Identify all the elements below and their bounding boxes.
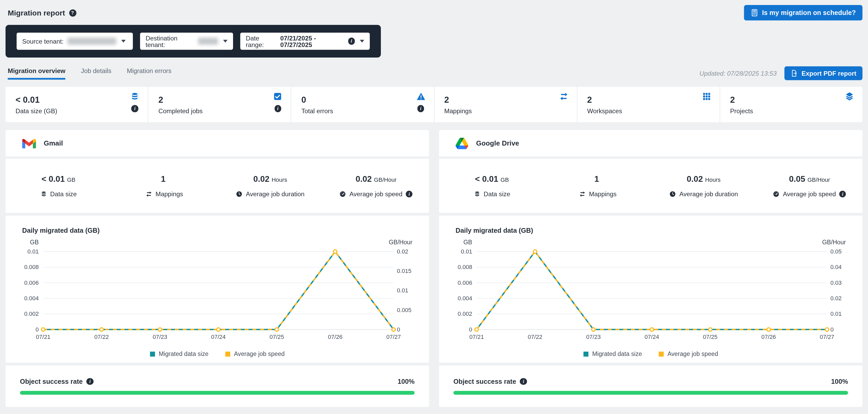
source-tenant-value-redacted — [67, 38, 116, 45]
top-header: Migration report ? Is my migration on sc… — [0, 0, 868, 21]
stat-label: Workspaces — [587, 107, 719, 114]
speedometer-icon — [340, 191, 346, 197]
source-tenant-label: Source tenant: — [22, 38, 63, 44]
mini-stat-mappings: 1 Mappings — [112, 159, 218, 213]
svg-text:07/26: 07/26 — [328, 334, 342, 340]
tab-job-details[interactable]: Job details — [81, 67, 112, 79]
stat-label: Data size (GB) — [16, 107, 148, 114]
stat-label: Completed jobs — [158, 107, 291, 114]
gmail-stats: < 0.01GB Data size 1 Mappings 0.02Hours … — [5, 159, 429, 213]
stat-value: 2 — [730, 95, 863, 105]
svg-text:0.01: 0.01 — [27, 248, 39, 255]
tabs-row: Migration overview Job details Migration… — [8, 66, 863, 80]
source-tenant-dropdown[interactable]: Source tenant: — [17, 33, 133, 50]
svg-text:0.006: 0.006 — [24, 279, 39, 286]
legend-average-job-speed: Average job speed — [659, 350, 718, 357]
stat-value: 2 — [444, 95, 577, 105]
svg-text:0.002: 0.002 — [24, 310, 39, 317]
svg-text:0.01: 0.01 — [397, 287, 408, 294]
svg-text:GB/Hour: GB/Hour — [822, 239, 846, 246]
stat-label: Projects — [730, 107, 863, 114]
daily-migrated-data-chart: 00.0020.0040.0060.0080.0100.010.020.030.… — [439, 238, 863, 344]
swap-icon — [146, 191, 152, 197]
date-range-dropdown[interactable]: Date range: 07/21/2025 - 07/27/2025 i — [240, 33, 370, 50]
tab-migration-overview[interactable]: Migration overview — [8, 67, 65, 79]
database-icon — [40, 191, 47, 197]
legend-label: Average job speed — [667, 350, 718, 357]
export-pdf-label: Export PDF report — [802, 70, 856, 76]
success-rate-label: Object success rate — [20, 378, 83, 385]
clock-icon — [236, 191, 243, 197]
destination-tenant-value-redacted — [198, 38, 218, 45]
calculator-icon — [750, 9, 758, 16]
svg-text:0.03: 0.03 — [830, 279, 842, 286]
chevron-down-icon — [360, 40, 364, 43]
chart-legend: Migrated data size Average job speed — [439, 350, 863, 357]
svg-text:0.01: 0.01 — [830, 310, 842, 317]
svg-text:0.002: 0.002 — [458, 310, 472, 317]
tab-migration-errors[interactable]: Migration errors — [127, 67, 171, 79]
success-rate-value: 100% — [831, 378, 848, 385]
chart-legend: Migrated data size Average job speed — [5, 350, 429, 357]
mini-stat-value: 0.05 — [789, 174, 805, 183]
svg-text:07/26: 07/26 — [762, 334, 776, 340]
database-icon — [474, 191, 480, 197]
gmail-card: Gmail < 0.01GB Data size 1 Mappings 0.02… — [5, 130, 429, 407]
schedule-button-label: Is my migration on schedule? — [762, 9, 856, 16]
svg-text:0.004: 0.004 — [458, 295, 472, 302]
daily-migrated-data-chart: 00.0020.0040.0060.0080.0100.0050.010.015… — [5, 238, 429, 344]
database-icon — [130, 92, 140, 101]
svg-text:07/22: 07/22 — [94, 334, 109, 340]
info-icon[interactable]: i — [87, 378, 93, 385]
mini-stat-value: 1 — [594, 174, 599, 184]
legend-migrated-data-size: Migrated data size — [583, 350, 642, 357]
swap-icon — [579, 191, 586, 197]
info-icon[interactable]: i — [348, 38, 355, 45]
legend-migrated-data-size: Migrated data size — [150, 350, 209, 357]
info-icon[interactable]: i — [417, 105, 424, 112]
destination-tenant-label: Destination tenant: — [146, 35, 194, 48]
schedule-button[interactable]: Is my migration on schedule? — [744, 5, 863, 21]
mini-stat-avg-speed: 0.05GB/Hour Average job speedi — [756, 159, 863, 213]
stat-label: Total errors — [302, 107, 434, 114]
svg-text:07/24: 07/24 — [211, 334, 226, 340]
mini-stat-value: < 0.01 — [41, 174, 65, 184]
mini-stat-value: 1 — [161, 174, 166, 184]
info-icon[interactable]: i — [839, 191, 846, 198]
svg-text:07/25: 07/25 — [703, 334, 717, 340]
mini-stat-data-size: < 0.01GB Data size — [5, 159, 112, 213]
date-range-value: 07/21/2025 - 07/27/2025 — [280, 35, 344, 48]
gmail-chart-section: Daily migrated data (GB) 00.0020.0040.00… — [5, 216, 429, 363]
svg-text:0.006: 0.006 — [458, 279, 472, 286]
google-drive-stats: < 0.01GB Data size 1 Mappings 0.02Hours … — [439, 159, 863, 213]
mini-stat-label: Average job duration — [246, 191, 305, 197]
google-drive-logo-icon — [456, 137, 468, 149]
chevron-down-icon — [223, 40, 227, 43]
service-cards: Gmail < 0.01GB Data size 1 Mappings 0.02… — [5, 130, 863, 407]
stat-label: Mappings — [444, 107, 577, 114]
svg-text:0.005: 0.005 — [397, 307, 411, 313]
success-rate-bar-fill — [20, 391, 415, 395]
help-icon[interactable]: ? — [69, 9, 76, 16]
export-file-icon — [790, 70, 798, 77]
export-pdf-button[interactable]: Export PDF report — [784, 66, 863, 80]
google-drive-success-section: Object success ratei 100% — [439, 366, 863, 407]
svg-text:07/24: 07/24 — [645, 334, 659, 340]
info-icon[interactable]: i — [520, 378, 527, 385]
success-rate-bar — [20, 391, 415, 395]
legend-swatch-yellow — [225, 351, 230, 356]
svg-text:0: 0 — [35, 326, 39, 333]
tabs-right: Updated: 07/28/2025 13:53 Export PDF rep… — [700, 66, 863, 80]
success-rate-value: 100% — [398, 378, 415, 385]
svg-text:0.04: 0.04 — [830, 264, 842, 270]
stat-total-errors: 0 Total errors i — [291, 87, 434, 122]
stat-value: < 0.01 — [16, 95, 148, 105]
info-icon[interactable]: i — [406, 191, 413, 198]
chevron-down-icon — [121, 40, 126, 43]
info-icon[interactable]: i — [131, 105, 138, 112]
speedometer-icon — [773, 191, 780, 197]
destination-tenant-dropdown[interactable]: Destination tenant: — [140, 33, 233, 50]
mini-stat-mappings: 1 Mappings — [545, 159, 651, 213]
info-icon[interactable]: i — [274, 105, 281, 112]
stat-value: 2 — [587, 95, 719, 105]
